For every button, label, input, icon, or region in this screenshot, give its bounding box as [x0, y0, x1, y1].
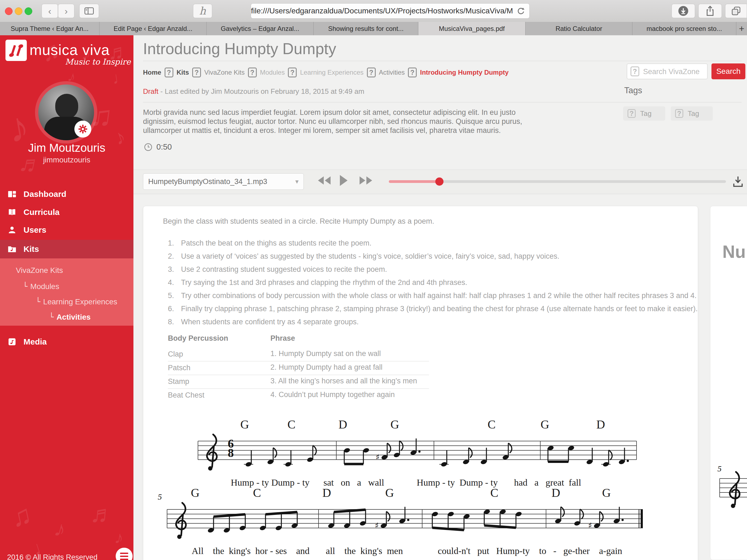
question-placeholder-icon: ?: [192, 68, 201, 77]
sheet-music-line-1: 68GCDGCGD♯ Hump - ty Dump - ty sat on a …: [190, 419, 638, 493]
tab-musicaviva-pdf[interactable]: MusicaViva_pages.pdf: [418, 22, 525, 35]
sidebar-item-users[interactable]: Users: [0, 222, 133, 238]
search-button[interactable]: Search: [712, 63, 745, 79]
menu-toggle-button[interactable]: [115, 548, 133, 560]
sidebar: ♫♪♬♪♩♫♪♬♪♩♫♪♬♩♪ musica viva Music to Ins…: [0, 35, 133, 560]
sidebar-item-vivazone-kits[interactable]: VivaZone Kits: [16, 266, 63, 275]
svg-text:♯: ♯: [376, 452, 380, 462]
progress-track[interactable]: [389, 180, 726, 183]
play-button[interactable]: [340, 175, 347, 186]
breadcrumb-modules[interactable]: Modules: [260, 69, 285, 76]
breadcrumb-home[interactable]: Home: [143, 69, 161, 76]
question-placeholder-icon: ?: [288, 68, 297, 77]
table-row: Patsch 2. Humpty Dumpty had a great fall: [168, 361, 429, 375]
chevron-left-icon: ‹: [48, 6, 51, 16]
sidebar-toggle-button[interactable]: [79, 4, 99, 18]
downloads-button[interactable]: [672, 4, 695, 18]
audio-file-dropdown[interactable]: HumpetyBumptyOstinato_34_1.mp3 ▾: [143, 173, 304, 190]
sheet-music-line-2: 5GCDGCDG♯♯ All the king's hor - ses and …: [156, 487, 646, 560]
lesson-step: 1.Patsch the beat on the thighs as stude…: [168, 239, 371, 248]
music-note-decoration: ♪: [52, 515, 69, 542]
avatar-silhouette: [55, 94, 78, 119]
tab-edit-page[interactable]: Edit Page ‹ Edgar Anzald...: [100, 22, 207, 35]
tab-showing-results[interactable]: Showing results for cont...: [314, 22, 418, 35]
svg-text:♯: ♯: [588, 520, 592, 530]
share-icon: [705, 6, 715, 16]
tree-connector-icon: └: [49, 312, 54, 322]
close-window-button[interactable]: [5, 7, 12, 15]
profile-settings-button[interactable]: [74, 121, 91, 137]
column-header: Body Percussion: [168, 334, 228, 342]
clock-icon: [144, 143, 153, 152]
sidebar-item-dashboard[interactable]: Dashboard: [0, 186, 133, 202]
svg-text:G: G: [240, 419, 249, 431]
breadcrumb-activities[interactable]: Activities: [379, 69, 405, 76]
sidebar-item-curricula[interactable]: Curricula: [0, 204, 133, 220]
column-header: Phrase: [271, 334, 295, 342]
music-note-decoration: ♪: [113, 527, 125, 548]
download-circle-icon: [678, 5, 689, 17]
app-window: ♫♪♬♪♩♫♪♬♪♩♫♪♬♩♪ musica viva Music to Ins…: [0, 35, 747, 560]
progress-knob[interactable]: [435, 177, 443, 186]
lesson-step: 8.When students are confident try as 4 s…: [168, 318, 359, 326]
address-bar[interactable]: file:///Users/edgaranzaldua/Documents/UX…: [251, 3, 530, 19]
fast-forward-button[interactable]: [360, 176, 372, 184]
svg-text:G: G: [191, 487, 200, 500]
music-note-decoration: ♫: [8, 498, 34, 533]
rewind-icon: [318, 176, 324, 184]
extension-button[interactable]: h: [193, 4, 212, 18]
nav-label: Users: [24, 225, 46, 235]
sidebar-item-kits[interactable]: Kits: [0, 241, 133, 257]
svg-text:D: D: [596, 419, 605, 431]
breadcrumb-kits[interactable]: Kits: [177, 69, 189, 76]
play-icon: [340, 175, 347, 186]
rewind-button[interactable]: [318, 176, 331, 184]
tab-supra-theme[interactable]: Supra Theme ‹ Edgar An...: [0, 22, 100, 35]
tab-gavelytics[interactable]: Gavelytics – Edgar Anzal...: [207, 22, 314, 35]
download-audio-button[interactable]: [731, 175, 745, 188]
minimize-window-button[interactable]: [15, 7, 22, 15]
tab-overview-button[interactable]: [725, 4, 747, 18]
zoom-window-button[interactable]: [25, 7, 32, 15]
musica-viva-logo[interactable]: [5, 40, 27, 61]
progress-fill: [389, 180, 439, 183]
forward-button[interactable]: ›: [58, 4, 74, 18]
sidebar-item-activities[interactable]: └Activities: [49, 312, 91, 322]
table-row: Beat Chest 4. Couldn’t put Humpty togeth…: [168, 389, 429, 402]
sidebar-item-modules[interactable]: └Modules: [23, 282, 59, 291]
svg-text:C: C: [490, 487, 498, 500]
title-divider: [143, 61, 742, 61]
status-badge[interactable]: Draft: [143, 87, 158, 96]
svg-text:D: D: [323, 487, 331, 500]
breadcrumb-vivazone-kits[interactable]: VivaZone Kits: [204, 69, 245, 76]
tag-chip[interactable]: ? Tag: [623, 106, 665, 121]
reload-icon[interactable]: [517, 7, 525, 15]
svg-text:C: C: [488, 419, 495, 431]
tab-ratio-calculator[interactable]: Ratio Calculator: [525, 22, 633, 35]
next-panel-title: Nu: [722, 242, 746, 262]
lyrics-line-2: All the king's hor - ses and all the kin…: [192, 546, 622, 556]
sidebar-item-learning-experiences[interactable]: └Learning Experiences: [36, 297, 117, 306]
back-button[interactable]: ‹: [42, 4, 58, 18]
svg-text:G: G: [385, 487, 394, 500]
tag-chip[interactable]: ? Tag: [671, 106, 713, 121]
lesson-step: 5.Try other combinations of body percuss…: [168, 291, 697, 300]
sidebar-icon: [84, 7, 94, 15]
music-note-decoration: ♬: [89, 499, 116, 529]
tab-macbook-screen[interactable]: macbook pro screen sto...: [633, 22, 736, 35]
search-input[interactable]: [643, 64, 706, 79]
copyright-text: 2016 © All Rights Reserved: [7, 553, 98, 560]
sidebar-item-media[interactable]: Media: [0, 334, 133, 350]
svg-text:5: 5: [158, 492, 162, 501]
browser-tab-bar: Supra Theme ‹ Edgar An... Edit Page ‹ Ed…: [0, 22, 747, 35]
svg-text:♯: ♯: [375, 520, 379, 530]
new-tab-button[interactable]: +: [736, 22, 747, 35]
lesson-intro-text: Begin the class with students seated in …: [163, 217, 434, 226]
breadcrumb-learning-experiences[interactable]: Learning Experiences: [300, 69, 363, 76]
share-button[interactable]: [698, 4, 722, 18]
user-icon: [6, 225, 18, 235]
fast-forward-icon: [360, 176, 365, 184]
next-panel-staff-fragment: 5: [715, 460, 747, 513]
hamburger-icon: [120, 553, 128, 554]
tabs-overview-icon: [731, 6, 741, 16]
